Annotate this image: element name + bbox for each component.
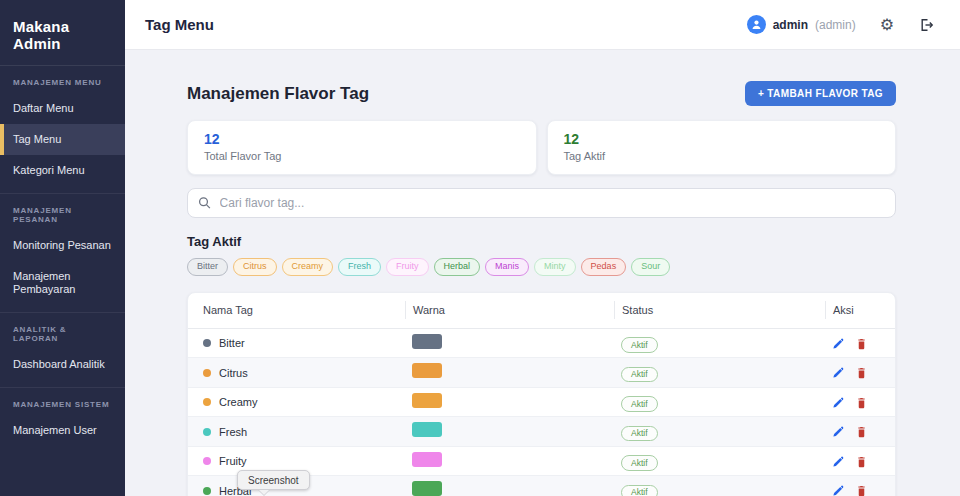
trash-icon <box>855 425 868 438</box>
sidebar-item-dashboard-analitik[interactable]: Dashboard Analitik <box>0 349 125 380</box>
tag-pill-sour[interactable]: Sour <box>631 258 670 276</box>
delete-button[interactable] <box>855 484 868 496</box>
tag-color-dot <box>203 457 211 465</box>
column-header-nama-tag: Nama Tag <box>203 304 412 316</box>
tag-pill-herbal[interactable]: Herbal <box>434 258 481 276</box>
stat-cards: 12Total Flavor Tag12Tag Aktif <box>187 120 896 175</box>
warna-cell <box>412 393 621 412</box>
sidebar-item-monitoring-pesanan[interactable]: Monitoring Pesanan <box>0 230 125 261</box>
tag-name-cell: Bitter <box>203 337 412 349</box>
status-cell: Aktif <box>621 334 832 353</box>
status-badge: Aktif <box>621 455 658 471</box>
user-icon <box>750 18 763 31</box>
tag-name: Fresh <box>219 426 247 438</box>
status-cell: Aktif <box>621 481 832 496</box>
edit-button[interactable] <box>832 337 845 350</box>
sidebar-section-manajemen-menu: MANAJEMEN MENUDaftar MenuTag MenuKategor… <box>0 66 125 186</box>
delete-button[interactable] <box>855 425 868 438</box>
sidebar-item-daftar-menu[interactable]: Daftar Menu <box>0 93 125 124</box>
tag-pill-citrus[interactable]: Citrus <box>233 258 277 276</box>
tag-table: Nama TagWarnaStatusAksi BitterAktifCitru… <box>187 292 896 496</box>
sidebar: Makana Admin MANAJEMEN MENUDaftar MenuTa… <box>0 0 125 496</box>
stat-value: 12 <box>204 131 520 147</box>
tag-color-dot <box>203 369 211 377</box>
edit-button[interactable] <box>832 396 845 409</box>
edit-button[interactable] <box>832 455 845 468</box>
add-flavor-tag-button[interactable]: + TAMBAH FLAVOR TAG <box>745 81 896 106</box>
sidebar-item-manajemen-pembayaran[interactable]: Manajemen Pembayaran <box>0 261 125 305</box>
tag-pill-minty[interactable]: Minty <box>534 258 576 276</box>
column-header-status: Status <box>614 301 832 319</box>
status-badge: Aktif <box>621 396 658 412</box>
status-badge: Aktif <box>621 426 658 442</box>
stat-card-tag-aktif: 12Tag Aktif <box>547 120 897 175</box>
heading-row: Manajemen Flavor Tag + TAMBAH FLAVOR TAG <box>187 81 896 106</box>
page-title: Tag Menu <box>145 16 214 33</box>
pencil-icon <box>832 455 845 468</box>
search-bar[interactable] <box>187 188 896 218</box>
sidebar-item-manajemen-user[interactable]: Manajemen User <box>0 415 125 446</box>
table-row-creamy: CreamyAktif <box>188 388 895 418</box>
user-role: (admin) <box>815 18 856 32</box>
edit-button[interactable] <box>832 484 845 496</box>
trash-icon <box>855 455 868 468</box>
table-row-citrus: CitrusAktif <box>188 358 895 388</box>
trash-icon <box>855 337 868 350</box>
sidebar-item-kategori-menu[interactable]: Kategori Menu <box>0 155 125 186</box>
table-row-fresh: FreshAktif <box>188 417 895 447</box>
status-cell: Aktif <box>621 393 832 412</box>
trash-icon <box>855 484 868 496</box>
brand-title: Makana Admin <box>0 0 125 66</box>
warna-cell <box>412 481 621 496</box>
section-heading: Manajemen Flavor Tag <box>187 84 369 104</box>
delete-button[interactable] <box>855 396 868 409</box>
edit-button[interactable] <box>832 366 845 379</box>
color-swatch <box>412 363 442 378</box>
user-menu[interactable]: admin (admin) <box>747 15 856 34</box>
tag-name: Fruity <box>219 455 247 467</box>
delete-button[interactable] <box>855 366 868 379</box>
stat-label: Total Flavor Tag <box>204 150 520 162</box>
screenshot-tooltip: Screenshot <box>237 470 310 490</box>
tag-pill-pedas[interactable]: Pedas <box>581 258 627 276</box>
main-content: Manajemen Flavor Tag + TAMBAH FLAVOR TAG… <box>125 50 960 496</box>
status-cell: Aktif <box>621 452 832 471</box>
warna-cell <box>412 422 621 441</box>
table-header: Nama TagWarnaStatusAksi <box>188 293 895 329</box>
stat-value: 12 <box>564 131 880 147</box>
tag-pill-fresh[interactable]: Fresh <box>338 258 381 276</box>
logout-icon[interactable] <box>918 17 934 33</box>
sidebar-section-analitik-laporan: ANALITIK & LAPORANDashboard Analitik <box>0 312 125 380</box>
actions-cell <box>832 366 895 379</box>
tag-pill-fruity[interactable]: Fruity <box>386 258 429 276</box>
edit-button[interactable] <box>832 425 845 438</box>
pencil-icon <box>832 425 845 438</box>
actions-cell <box>832 484 895 496</box>
tag-color-dot <box>203 428 211 436</box>
color-swatch <box>412 422 442 437</box>
sidebar-section-title: ANALITIK & LAPORAN <box>0 315 125 349</box>
tag-name-cell: Creamy <box>203 396 412 408</box>
pencil-icon <box>832 396 845 409</box>
tag-pill-creamy[interactable]: Creamy <box>282 258 334 276</box>
color-swatch <box>412 452 442 467</box>
search-input[interactable] <box>220 196 885 210</box>
status-cell: Aktif <box>621 422 832 441</box>
app-window: Makana Admin MANAJEMEN MENUDaftar MenuTa… <box>0 0 960 496</box>
sidebar-item-tag-menu[interactable]: Tag Menu <box>0 124 125 155</box>
pencil-icon <box>832 484 845 496</box>
delete-button[interactable] <box>855 337 868 350</box>
tag-pill-manis[interactable]: Manis <box>485 258 529 276</box>
actions-cell <box>832 455 895 468</box>
settings-gear-icon[interactable]: ⚙ <box>880 17 894 33</box>
status-badge: Aktif <box>621 485 658 496</box>
actions-cell <box>832 337 895 350</box>
tag-color-dot <box>203 487 211 495</box>
sidebar-section-title: MANAJEMEN SISTEM <box>0 390 125 415</box>
delete-button[interactable] <box>855 455 868 468</box>
tag-pills: BitterCitrusCreamyFreshFruityHerbalManis… <box>187 258 896 276</box>
avatar <box>747 15 766 34</box>
tag-pill-bitter[interactable]: Bitter <box>187 258 228 276</box>
actions-cell <box>832 425 895 438</box>
topbar: Tag Menu admin (admin) ⚙ <box>125 0 960 50</box>
